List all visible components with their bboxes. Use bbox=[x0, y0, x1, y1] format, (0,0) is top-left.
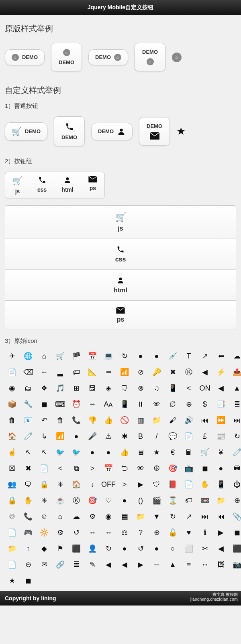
grid-icon: ≣ bbox=[69, 557, 84, 572]
grid-icon: 🌐 bbox=[21, 349, 35, 363]
section-title-custom: 自定义样式举例 bbox=[5, 85, 236, 96]
demo-button-3[interactable]: DEMO ⌂ bbox=[88, 49, 128, 65]
grid-icon: ⚠ bbox=[101, 429, 116, 444]
demo-button-2[interactable]: ⌂ DEMO bbox=[51, 43, 82, 71]
grid-icon: ◀ bbox=[214, 541, 228, 556]
grid-icon: 🕶 bbox=[230, 461, 241, 476]
grid-icon: 🏠 bbox=[69, 477, 84, 492]
grid-icon: 📄 bbox=[37, 461, 51, 476]
grid-icon: 🗂 bbox=[21, 381, 35, 395]
seg-js-label: js bbox=[15, 188, 20, 194]
grid-icon: ☝ bbox=[5, 445, 19, 460]
grid-icon: 👁 bbox=[149, 397, 164, 411]
grid-icon: ◉ bbox=[101, 509, 116, 524]
grid-icon: 📐 bbox=[85, 365, 100, 379]
grid-icon: ☒ bbox=[5, 461, 19, 476]
grid-icon: ⊘ bbox=[133, 365, 148, 379]
grid-icon: ◀ bbox=[117, 557, 132, 572]
vseg-css[interactable]: css bbox=[5, 239, 236, 270]
seg-js[interactable]: 🛒 js bbox=[5, 172, 30, 198]
grid-icon: ↻ bbox=[101, 541, 116, 556]
grid-icon: ∅ bbox=[165, 397, 180, 411]
svg-point-2 bbox=[119, 277, 122, 280]
grid-icon: ● bbox=[117, 541, 132, 556]
grid-icon: 📎 bbox=[230, 509, 241, 524]
grid-icon: () bbox=[133, 493, 148, 508]
grid-icon: ● bbox=[101, 445, 116, 460]
grid-icon: ⊕ bbox=[230, 493, 241, 508]
grid-icon: ✋ bbox=[21, 493, 35, 508]
demo-label-2: DEMO bbox=[59, 59, 74, 65]
vseg-js[interactable]: 🛒 js bbox=[5, 206, 236, 239]
grid-icon: ✳ bbox=[37, 493, 51, 508]
grid-icon: 📦 bbox=[5, 397, 19, 411]
grid-icon: > bbox=[85, 461, 100, 476]
grid-icon: ⌛ bbox=[165, 493, 180, 508]
seg-css[interactable]: css bbox=[30, 172, 54, 198]
grid-icon: 📧 bbox=[21, 413, 35, 427]
watermark: 查字典 教程网 jiaocheng.chazidian.com bbox=[190, 592, 238, 602]
mail-icon bbox=[116, 307, 125, 314]
grid-icon: ▶ bbox=[214, 525, 228, 540]
grid-icon: ☕ bbox=[53, 493, 67, 508]
grid-icon: ◈ bbox=[101, 381, 116, 395]
header-bar: Jquery Mobile自定义按钮 bbox=[0, 0, 241, 15]
seg-ps[interactable]: ps bbox=[81, 172, 104, 198]
grid-icon: 📅 bbox=[85, 349, 100, 363]
grid-icon: 🏴 bbox=[69, 349, 84, 363]
seg-html[interactable]: html bbox=[54, 172, 81, 198]
grid-icon: 👤 bbox=[85, 541, 100, 556]
phone-button[interactable]: DEMO bbox=[54, 116, 85, 146]
grid-icon: 📄 bbox=[182, 429, 196, 444]
cart-icon: 🛒 bbox=[12, 127, 22, 136]
grid-icon: ⏭ bbox=[230, 413, 241, 427]
grid-icon: ¥ bbox=[214, 445, 228, 460]
grid-icon: 🔗 bbox=[53, 557, 67, 572]
grid-icon: ─ bbox=[149, 557, 164, 572]
grid-icon: ⚖ bbox=[117, 525, 132, 540]
grid-icon: 📄 bbox=[5, 525, 19, 540]
grid-icon: ❖ bbox=[37, 381, 51, 395]
grid-icon: ● bbox=[133, 349, 148, 363]
demo-button-1[interactable]: ⌂ DEMO bbox=[5, 49, 45, 65]
grid-icon: ? bbox=[133, 525, 148, 540]
grid-icon: 📤 bbox=[230, 365, 241, 379]
grid-icon: 📁 bbox=[5, 541, 19, 556]
grid-icon: ↻ bbox=[117, 349, 132, 363]
grid-icon: 🎯 bbox=[165, 461, 180, 476]
grid-icon: 🗑 bbox=[5, 413, 19, 427]
grid-icon: ↺ bbox=[69, 525, 84, 540]
grid-icon: 🎵 bbox=[53, 381, 67, 395]
grid-icon: ▂ bbox=[53, 365, 67, 379]
grid-icon: ⊝ bbox=[21, 557, 35, 572]
grid-icon: ⬅ bbox=[214, 349, 228, 363]
grid-icon: 📼 bbox=[198, 493, 212, 508]
home-icon: ⌂ bbox=[63, 49, 70, 56]
phone-icon bbox=[38, 176, 46, 184]
demo-label-4: DEMO bbox=[142, 49, 158, 55]
cart-button[interactable]: 🛒 DEMO bbox=[5, 122, 47, 141]
grid-icon: ● bbox=[214, 461, 228, 476]
grid-icon: 🧷 bbox=[21, 429, 35, 444]
grid-icon: < bbox=[53, 461, 67, 476]
demo-button-4[interactable]: DEMO ⌂ bbox=[135, 43, 165, 71]
grid-icon: ↻ bbox=[230, 429, 241, 444]
grid-icon: 👍 bbox=[117, 445, 132, 460]
vseg-ps[interactable]: ps bbox=[5, 301, 236, 330]
person-button[interactable]: DEMO bbox=[91, 123, 133, 140]
grid-icon: ★ bbox=[149, 445, 164, 460]
grid-icon: 📅 bbox=[101, 461, 116, 476]
star-icon-standalone[interactable]: ★ bbox=[176, 125, 186, 138]
grid-icon: ⊕ bbox=[149, 525, 164, 540]
grid-icon: 🔆 bbox=[37, 525, 51, 540]
mail-button[interactable]: DEMO bbox=[139, 117, 170, 146]
grid-icon: ℹ bbox=[198, 525, 212, 540]
vseg-html[interactable]: html bbox=[5, 270, 236, 301]
grid-icon: ≡ bbox=[182, 557, 196, 572]
grid-icon: ⚡ bbox=[214, 365, 228, 379]
home-icon-standalone[interactable]: ⌂ bbox=[172, 53, 182, 62]
grid-icon: 🔒 bbox=[5, 493, 19, 508]
footer-bar: Copyright by lining 查字典 教程网 jiaocheng.ch… bbox=[0, 591, 241, 606]
grid-icon: ◼ bbox=[21, 573, 35, 588]
grid-icon: 🔓 bbox=[165, 525, 180, 540]
